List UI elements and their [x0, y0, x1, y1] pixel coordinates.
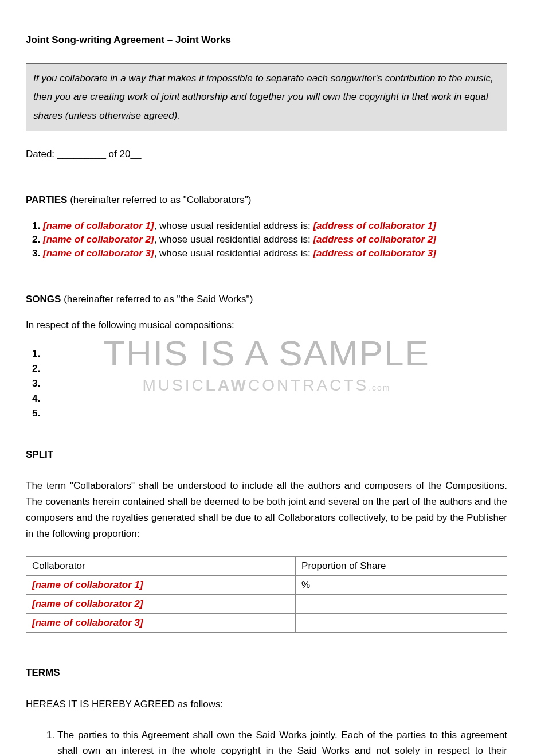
parties-heading-bold: PARTIES: [26, 194, 67, 205]
list-item: [43, 408, 507, 420]
col-share: Proportion of Share: [296, 557, 507, 576]
intro-box: If you collaborate in a way that makes i…: [26, 63, 507, 131]
list-item: [name of collaborator 2], whose usual re…: [43, 234, 507, 245]
list-item: [43, 348, 507, 361]
songs-heading-bold: SONGS: [26, 294, 61, 305]
songs-heading-rest: (hereinafter referred to as "the Said Wo…: [61, 294, 253, 305]
cell-name: [name of collaborator 3]: [26, 614, 296, 633]
page-title: Joint Song-writing Agreement – Joint Wor…: [26, 34, 507, 46]
document-page: Joint Song-writing Agreement – Joint Wor…: [0, 0, 533, 756]
cell-share: [296, 614, 507, 633]
table-row: [name of collaborator 1] %: [26, 576, 507, 595]
collab-mid: , whose usual residential address is:: [154, 234, 313, 245]
list-item: [name of collaborator 3], whose usual re…: [43, 248, 507, 259]
split-heading: SPLIT: [26, 449, 507, 461]
collab-mid: , whose usual residential address is:: [154, 220, 313, 231]
cell-name: [name of collaborator 2]: [26, 595, 296, 614]
list-item: [43, 378, 507, 391]
collab-name: [name of collaborator 1]: [43, 220, 154, 231]
parties-heading-rest: (hereinafter referred to as "Collaborato…: [67, 194, 251, 205]
parties-heading: PARTIES (hereinafter referred to as "Col…: [26, 194, 507, 206]
list-item: [43, 363, 507, 376]
songs-list: [26, 348, 507, 420]
terms-heading: TERMS: [26, 667, 507, 679]
list-item: [name of collaborator 1], whose usual re…: [43, 220, 507, 232]
cell-name: [name of collaborator 1]: [26, 576, 296, 595]
table-row: Collaborator Proportion of Share: [26, 557, 507, 576]
dated-line: Dated: _________ of 20__: [26, 149, 507, 160]
songs-heading: SONGS (hereinafter referred to as "the S…: [26, 294, 507, 305]
col-collaborator: Collaborator: [26, 557, 296, 576]
list-item: [43, 393, 507, 406]
share-table: Collaborator Proportion of Share [name o…: [26, 556, 507, 633]
terms-list: The parties to this Agreement shall own …: [26, 727, 507, 756]
cell-share: [296, 595, 507, 614]
collab-mid: , whose usual residential address is:: [154, 248, 313, 259]
parties-list: [name of collaborator 1], whose usual re…: [26, 220, 507, 259]
collab-addr: [address of collaborator 2]: [313, 234, 436, 245]
songs-intro: In respect of the following musical comp…: [26, 319, 507, 331]
cell-share: %: [296, 576, 507, 595]
terms-intro: HEREAS IT IS HEREBY AGREED as follows:: [26, 699, 507, 710]
collab-addr: [address of collaborator 1]: [313, 220, 436, 231]
collab-name: [name of collaborator 2]: [43, 234, 154, 245]
collab-addr: [address of collaborator 3]: [313, 248, 436, 259]
split-body: The term "Collaborators" shall be unders…: [26, 478, 507, 542]
table-row: [name of collaborator 3]: [26, 614, 507, 633]
list-item: The parties to this Agreement shall own …: [57, 727, 507, 756]
table-row: [name of collaborator 2]: [26, 595, 507, 614]
collab-name: [name of collaborator 3]: [43, 248, 154, 259]
